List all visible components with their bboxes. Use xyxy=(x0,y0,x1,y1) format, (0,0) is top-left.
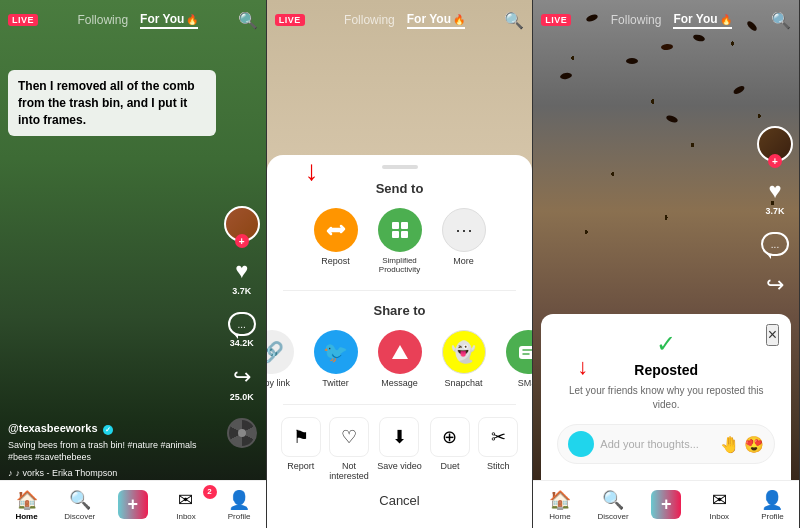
svg-rect-2 xyxy=(392,231,399,238)
user-avatar-sm xyxy=(568,431,594,457)
not-interested-option[interactable]: ♡ Notinterested xyxy=(329,417,369,481)
search-icon-1[interactable]: 🔍 xyxy=(238,11,258,30)
comment-action-3[interactable]: ... xyxy=(761,232,789,256)
share-action[interactable]: ↪ 25.0K xyxy=(230,364,254,402)
repost-title: Reposted xyxy=(557,362,775,378)
copy-link-icon: 🔗 xyxy=(267,330,294,374)
creator-avatar[interactable]: + xyxy=(224,206,260,242)
report-option[interactable]: ⚑ Report xyxy=(281,417,321,481)
follow-plus-icon-3[interactable]: + xyxy=(768,154,782,168)
search-icon-3[interactable]: 🔍 xyxy=(771,11,791,30)
repost-description: Let your friends know why you reposted t… xyxy=(557,384,775,412)
message-option[interactable]: Message xyxy=(378,330,422,388)
profile-icon: 👤 xyxy=(228,489,250,511)
repost-option[interactable]: Repost xyxy=(314,208,358,274)
more-options-row: ⚑ Report ♡ Notinterested ⬇ Save video ⊕ … xyxy=(267,417,533,481)
sheet-handle xyxy=(382,165,418,169)
nav-profile-3[interactable]: 👤 Profile xyxy=(746,489,799,521)
top-nav-3: LIVE Following For You 🔍 xyxy=(533,0,799,36)
top-nav-2: LIVE Following For You 🔍 xyxy=(267,0,533,36)
nav-profile[interactable]: 👤 Profile xyxy=(213,489,266,521)
comment-icon-3: ... xyxy=(761,232,789,256)
add-icon: + xyxy=(128,494,139,515)
simplified-label: SimplifiedProductivity xyxy=(379,256,420,274)
simplified-option[interactable]: SimplifiedProductivity xyxy=(378,208,422,274)
duet-label: Duet xyxy=(440,461,459,471)
like-action[interactable]: ♥ 3.7K xyxy=(232,258,251,296)
add-button-3[interactable]: + xyxy=(651,490,682,519)
live-badge-3: LIVE xyxy=(541,14,571,26)
music-vinyl xyxy=(227,418,257,448)
nav-tabs-3: Following For You xyxy=(611,12,732,29)
nav-discover[interactable]: 🔍 Discover xyxy=(53,489,106,521)
snapchat-option[interactable]: 👻 Snapchat xyxy=(442,330,486,388)
like-count-3: 3.7K xyxy=(766,206,785,216)
not-interested-icon: ♡ xyxy=(329,417,369,457)
panel-2: LIVE Following For You 🔍 ↓ Send to Repos… xyxy=(267,0,534,528)
stitch-label: Stitch xyxy=(487,461,510,471)
more-label: More xyxy=(453,256,474,266)
repost-label: Repost xyxy=(321,256,350,266)
discover-icon: 🔍 xyxy=(69,489,91,511)
share-action-3[interactable]: ↪ xyxy=(766,272,784,298)
creator-avatar-3[interactable]: + xyxy=(757,126,793,162)
nav-home-3[interactable]: 🏠 Home xyxy=(533,489,586,521)
nav-inbox[interactable]: ✉ 2 Inbox xyxy=(159,489,212,521)
right-actions-3: + ♥ 3.7K ... ↪ xyxy=(757,126,793,298)
duet-option[interactable]: ⊕ Duet xyxy=(430,417,470,481)
comment-action[interactable]: ... 34.2K xyxy=(228,312,256,348)
not-interested-label: Notinterested xyxy=(329,461,369,481)
add-button[interactable]: + xyxy=(118,490,149,519)
repost-icon xyxy=(314,208,358,252)
search-icon-2[interactable]: 🔍 xyxy=(504,11,524,30)
nav-discover-3[interactable]: 🔍 Discover xyxy=(586,489,639,521)
close-button[interactable]: × xyxy=(766,324,779,346)
emoji-1[interactable]: 🤚 xyxy=(720,435,740,454)
following-tab-2[interactable]: Following xyxy=(344,13,395,27)
nav-home[interactable]: 🏠 Home xyxy=(0,489,53,521)
panel-1: LIVE Following For You 🔍 Then I removed … xyxy=(0,0,267,528)
nav-add[interactable]: + xyxy=(106,490,159,519)
share-sheet: Send to Repost xyxy=(267,155,533,528)
send-to-row: Repost SimplifiedProductivity ⋯ xyxy=(267,208,533,274)
more-option[interactable]: ⋯ More xyxy=(442,208,486,274)
snapchat-label: Snapchat xyxy=(445,378,483,388)
following-tab-1[interactable]: Following xyxy=(77,13,128,27)
follow-plus-icon[interactable]: + xyxy=(235,234,249,248)
overlay-text: Then I removed all of the comb from the … xyxy=(18,78,206,128)
music-note-icon: ♪ xyxy=(8,468,13,478)
repost-input-row: Add your thoughts... 🤚 😍 xyxy=(557,424,775,464)
nav-tabs-2: Following For You xyxy=(344,12,465,29)
share-to-label: Share to xyxy=(267,303,533,318)
emoji-options: 🤚 😍 xyxy=(720,435,764,454)
comment-count: 34.2K xyxy=(230,338,254,348)
inbox-label: Inbox xyxy=(176,512,196,521)
like-action-3[interactable]: ♥ 3.7K xyxy=(766,178,785,216)
for-you-tab-1[interactable]: For You xyxy=(140,12,198,29)
copy-link-option[interactable]: 🔗 Copy link xyxy=(267,330,294,388)
cancel-button[interactable]: Cancel xyxy=(267,493,533,508)
sms-icon xyxy=(506,330,534,374)
svg-rect-0 xyxy=(392,222,399,229)
duet-icon: ⊕ xyxy=(430,417,470,457)
sms-label: SMS xyxy=(518,378,534,388)
emoji-2[interactable]: 😍 xyxy=(744,435,764,454)
repost-input[interactable]: Add your thoughts... xyxy=(600,438,714,450)
following-tab-3[interactable]: Following xyxy=(611,13,662,27)
for-you-tab-3[interactable]: For You xyxy=(673,12,731,29)
home-icon-3: 🏠 xyxy=(549,489,571,511)
snapchat-icon: 👻 xyxy=(442,330,486,374)
nav-add-3[interactable]: + xyxy=(640,490,693,519)
twitter-option[interactable]: 🐦 Twitter xyxy=(314,330,358,388)
sms-option[interactable]: SMS xyxy=(506,330,534,388)
nav-inbox-3[interactable]: ✉ Inbox xyxy=(693,489,746,521)
share-divider xyxy=(283,290,517,291)
save-video-option[interactable]: ⬇ Save video xyxy=(377,417,422,481)
save-video-label: Save video xyxy=(377,461,422,471)
stitch-option[interactable]: ✂ Stitch xyxy=(478,417,518,481)
for-you-tab-2[interactable]: For You xyxy=(407,12,465,29)
add-icon-3: + xyxy=(661,494,672,515)
svg-rect-1 xyxy=(401,222,408,229)
top-nav-1: LIVE Following For You 🔍 xyxy=(0,0,266,36)
comment-icon: ... xyxy=(228,312,256,336)
